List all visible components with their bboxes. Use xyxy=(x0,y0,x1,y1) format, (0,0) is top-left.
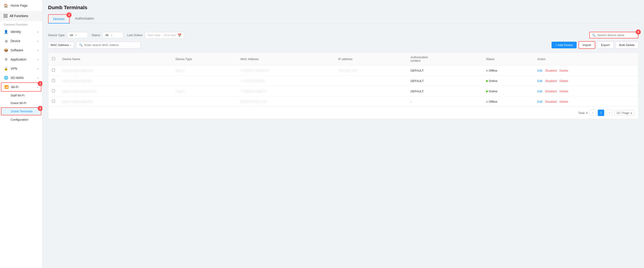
disabled-link[interactable]: Disabled xyxy=(545,90,557,93)
row-checkbox-cell xyxy=(48,76,59,86)
disabled-link[interactable]: Disabled xyxy=(545,100,557,103)
row-ip-address xyxy=(334,86,407,97)
sidebar-item-application[interactable]: ⚙ Application ∨ xyxy=(0,55,42,64)
row-checkbox-cell xyxy=(48,97,59,107)
row-mac-address: 77:88:99:AA:BB:CC xyxy=(237,86,334,97)
calendar-icon: 📅 xyxy=(178,33,182,37)
row-status: Offline xyxy=(482,97,534,107)
main-content-area: Dumb Terminals Devices 3 Authorization D… xyxy=(42,0,644,268)
row-auth-content: DEFAULT xyxy=(407,65,482,76)
prev-page-button[interactable]: ‹ xyxy=(590,110,596,116)
vpn-chevron: ∨ xyxy=(37,68,39,70)
row-checkbox[interactable] xyxy=(52,89,55,92)
edit-link[interactable]: Edit xyxy=(537,90,542,93)
row-device-type xyxy=(172,97,237,107)
action-bar: MAC Address ∨ 🔍 + Add Device Import Expo… xyxy=(48,41,638,49)
edit-link[interactable]: Edit xyxy=(537,100,542,103)
mac-search-box[interactable]: 🔍 xyxy=(76,42,140,48)
sidebar-sub-configuration[interactable]: Configuration xyxy=(0,116,42,123)
row-checkbox[interactable] xyxy=(52,69,55,72)
tab-devices[interactable]: Devices 3 xyxy=(48,14,70,24)
delete-link[interactable]: Delete xyxy=(560,100,568,103)
sidebar-item-sdwan[interactable]: 🌐 SD-WAN ∨ xyxy=(0,73,42,82)
delete-link[interactable]: Delete xyxy=(560,90,568,93)
vpn-icon: 🔒 xyxy=(4,66,8,71)
export-button[interactable]: Export xyxy=(597,42,614,49)
page-size-chevron: ∨ xyxy=(630,111,632,115)
delete-link[interactable]: Delete xyxy=(560,79,568,83)
select-all-checkbox[interactable] xyxy=(52,57,55,60)
home-label: Home Page xyxy=(10,4,28,7)
header-checkbox-cell xyxy=(48,53,59,65)
sidebar-home[interactable]: 🏠 Home Page xyxy=(0,0,42,11)
row-auth-content: DEFAULT xyxy=(407,86,482,97)
date-separator: - xyxy=(162,33,162,37)
edit-link[interactable]: Edit xyxy=(537,79,542,83)
mac-address-select[interactable]: MAC Address ∨ xyxy=(48,42,74,48)
delete-link[interactable]: Delete xyxy=(560,69,568,72)
badge-3: 3 xyxy=(66,13,72,18)
device-type-chevron: ∨ xyxy=(75,34,77,36)
device-type-select[interactable]: All ∨ xyxy=(67,32,88,38)
next-page-button[interactable]: › xyxy=(606,110,612,116)
table-row: device-name-beta-002 11:22:33:44:55:66 D… xyxy=(48,76,638,86)
sidebar-sub-guest-wifi[interactable]: Guest Wi-Fi xyxy=(0,99,42,107)
page-1-button[interactable]: 1 xyxy=(598,110,604,116)
row-mac-address: DD:EE:FF:00:11:22 xyxy=(237,97,334,107)
device-name-search[interactable]: 🔍 xyxy=(589,32,638,39)
device-label: Device xyxy=(10,39,20,43)
all-functions-label: All Functions xyxy=(10,14,28,18)
sidebar-all-functions[interactable]: All Functions › xyxy=(0,11,42,21)
header-auth-content: Authorizationcontent xyxy=(407,53,482,65)
online-dot xyxy=(486,91,488,92)
add-device-button[interactable]: + Add Device xyxy=(552,42,576,48)
offline-dot xyxy=(486,70,488,72)
row-checkbox[interactable] xyxy=(52,79,55,82)
badge-1: 1 xyxy=(38,81,42,86)
bulk-delete-button[interactable]: Bulk Delete xyxy=(616,42,638,49)
sidebar-item-software[interactable]: 📦 Software ∨ xyxy=(0,46,42,55)
row-auth-content: - xyxy=(407,97,482,107)
start-date-placeholder: Start date xyxy=(148,33,160,37)
header-status: Status xyxy=(482,53,534,65)
disabled-link[interactable]: Disabled xyxy=(545,69,557,72)
home-icon: 🏠 xyxy=(4,3,8,8)
sidebar-sub-dumb-terminals[interactable]: Dumb Terminals 2 xyxy=(1,107,42,115)
status-label: Status: xyxy=(92,33,101,37)
all-functions-chevron: › xyxy=(38,15,39,17)
offline-dot xyxy=(486,101,488,103)
row-status: Online xyxy=(482,86,534,97)
header-action: Action xyxy=(534,53,638,65)
date-range-picker[interactable]: Start date - End date 📅 xyxy=(145,32,184,39)
search-input[interactable] xyxy=(597,33,636,37)
header-ip-address: IP address xyxy=(334,53,407,65)
mac-search-input[interactable] xyxy=(84,43,138,47)
tab-authorization[interactable]: Authorization xyxy=(70,14,99,24)
row-actions: Edit Disabled Delete xyxy=(534,65,638,76)
table-row: device-name-alpha-001 Type A AA:BB:CC:DD… xyxy=(48,65,638,76)
edit-link[interactable]: Edit xyxy=(537,69,542,72)
disabled-link[interactable]: Disabled xyxy=(545,79,557,83)
sidebar-item-vpn[interactable]: 🔒 VPN ∨ xyxy=(0,64,42,73)
search-icon: 🔍 xyxy=(592,33,596,37)
status-select[interactable]: All ∨ xyxy=(102,32,123,38)
row-device-name: device-name-gamma-003 xyxy=(59,86,172,97)
row-ip-address xyxy=(334,76,407,86)
sidebar-item-identity[interactable]: 👤 Identity ∨ xyxy=(0,27,42,36)
row-mac-address: 11:22:33:44:55:66 xyxy=(237,76,334,86)
action-buttons: + Add Device Import Export Bulk Delete xyxy=(552,41,638,49)
sidebar-item-device[interactable]: 🖥 Device ∨ xyxy=(0,36,42,46)
identity-chevron: ∨ xyxy=(37,31,39,33)
sidebar-sub-staff-wifi[interactable]: Staff Wi-Fi xyxy=(0,92,42,99)
sdwan-label: SD-WAN xyxy=(10,76,24,80)
row-checkbox[interactable] xyxy=(52,100,55,103)
row-device-type xyxy=(172,76,237,86)
page-size-selector[interactable]: 10 / Page ∨ xyxy=(614,110,634,116)
sidebar-item-wifi[interactable]: 📶 Wi-Fi ∧ 1 xyxy=(1,82,42,92)
device-table-container: Device Name Device Type MAC Address IP a… xyxy=(48,53,638,119)
mac-search-icon: 🔍 xyxy=(79,43,83,47)
header-device-name: Device Name xyxy=(59,53,172,65)
import-button[interactable]: Import xyxy=(578,41,595,49)
status-chevron: ∨ xyxy=(111,34,112,36)
row-auth-content: DEFAULT xyxy=(407,76,482,86)
